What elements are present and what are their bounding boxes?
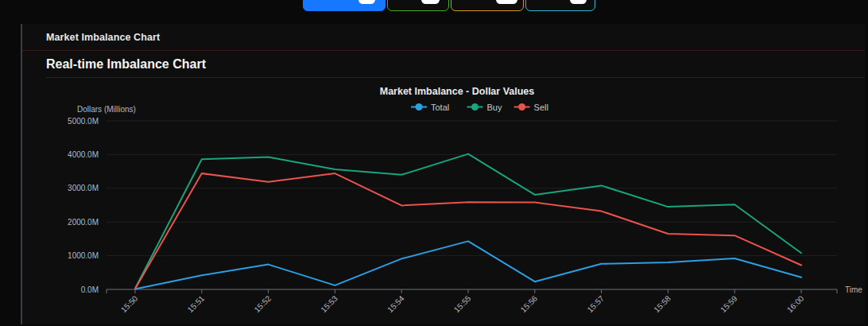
legend-item-total[interactable]: Total [411,103,449,112]
legend-item-sell[interactable]: Sell [514,103,548,112]
toolbar-button-green[interactable] [387,0,449,11]
x-tick-label: 15:53 [319,293,339,314]
legend-label: Sell [534,103,548,112]
legend-label: Total [431,103,449,112]
imbalance-line-chart: 0.0M1000.0M2000.0M3000.0M4000.0M5000.0MD… [0,0,868,326]
top-toolbar [303,0,595,11]
count-badge [421,0,440,4]
x-tick-label: 16:00 [785,293,806,314]
series-line-sell [135,173,801,289]
count-badge [358,0,375,4]
x-tick-label: 15:59 [719,293,739,314]
x-tick-label: 15:54 [386,293,406,314]
legend-label: Buy [487,103,502,112]
count-badge [570,0,587,4]
y-tick-label: 3000.0M [68,184,99,192]
x-tick-label: 15:57 [586,293,606,314]
x-tick-label: 15:56 [519,293,540,314]
x-tick-label: 15:55 [452,293,473,314]
x-tick-label: 15:50 [119,293,140,314]
x-tick-label: 15:52 [253,293,273,314]
legend-marker-dot [416,103,423,111]
legend-item-buy[interactable]: Buy [467,103,502,112]
y-tick-label: 5000.0M [68,117,99,126]
toolbar-button-blue[interactable] [303,0,386,11]
series-line-total [135,241,801,289]
chart-title: Market Imbalance - Dollar Values [380,86,535,97]
time-axis-title: Time [845,285,862,294]
series-line-buy [135,154,801,289]
toolbar-button-orange[interactable] [451,0,524,11]
y-tick-label: 2000.0M [68,218,99,227]
legend-marker-dot [471,103,479,111]
x-tick-label: 15:51 [186,293,207,314]
x-tick-label: 15:58 [652,293,672,314]
y-axis-title: Dollars (Millions) [77,105,136,114]
y-tick-label: 0.0M [81,285,99,294]
legend-marker-dot [518,103,525,111]
y-tick-label: 1000.0M [68,251,99,260]
count-badge [496,0,517,4]
y-tick-label: 4000.0M [68,150,99,159]
toolbar-button-cyan[interactable] [525,0,595,11]
